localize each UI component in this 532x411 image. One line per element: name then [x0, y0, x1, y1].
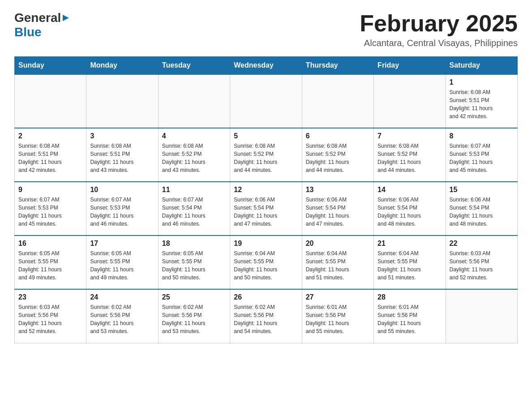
day-number: 12 — [234, 186, 298, 194]
day-number: 1 — [450, 78, 514, 86]
day-info: Sunrise: 6:08 AM Sunset: 5:51 PM Dayligh… — [450, 88, 514, 120]
calendar-week-row: 23Sunrise: 6:03 AM Sunset: 5:56 PM Dayli… — [15, 289, 518, 343]
weekday-header-saturday: Saturday — [446, 57, 517, 75]
calendar-cell: 2Sunrise: 6:08 AM Sunset: 5:51 PM Daylig… — [15, 128, 86, 182]
day-number: 15 — [450, 186, 514, 194]
calendar-cell — [158, 74, 230, 128]
day-number: 25 — [162, 293, 226, 301]
day-number: 13 — [306, 186, 370, 194]
day-info: Sunrise: 6:04 AM Sunset: 5:55 PM Dayligh… — [306, 249, 370, 282]
svg-marker-0 — [63, 15, 69, 21]
calendar-cell: 23Sunrise: 6:03 AM Sunset: 5:56 PM Dayli… — [15, 289, 86, 343]
calendar-cell: 26Sunrise: 6:02 AM Sunset: 5:56 PM Dayli… — [230, 289, 302, 343]
day-info: Sunrise: 6:08 AM Sunset: 5:52 PM Dayligh… — [162, 142, 226, 174]
logo: General Blue — [14, 11, 72, 39]
day-info: Sunrise: 6:04 AM Sunset: 5:55 PM Dayligh… — [234, 249, 298, 282]
day-info: Sunrise: 6:02 AM Sunset: 5:56 PM Dayligh… — [162, 303, 226, 335]
weekday-header-sunday: Sunday — [15, 57, 86, 75]
calendar-cell: 24Sunrise: 6:02 AM Sunset: 5:56 PM Dayli… — [86, 289, 158, 343]
calendar-cell: 6Sunrise: 6:08 AM Sunset: 5:52 PM Daylig… — [302, 128, 373, 182]
weekday-header-thursday: Thursday — [302, 57, 373, 75]
calendar-cell: 8Sunrise: 6:07 AM Sunset: 5:53 PM Daylig… — [446, 128, 517, 182]
day-info: Sunrise: 6:03 AM Sunset: 5:56 PM Dayligh… — [450, 249, 514, 282]
day-info: Sunrise: 6:06 AM Sunset: 5:54 PM Dayligh… — [234, 196, 298, 228]
calendar-cell: 1Sunrise: 6:08 AM Sunset: 5:51 PM Daylig… — [446, 74, 517, 128]
day-info: Sunrise: 6:05 AM Sunset: 5:55 PM Dayligh… — [90, 249, 154, 282]
calendar-cell: 14Sunrise: 6:06 AM Sunset: 5:54 PM Dayli… — [374, 182, 446, 235]
logo-flag-icon — [61, 13, 71, 23]
day-info: Sunrise: 6:02 AM Sunset: 5:56 PM Dayligh… — [90, 303, 154, 335]
day-number: 26 — [234, 293, 298, 301]
calendar-cell: 4Sunrise: 6:08 AM Sunset: 5:52 PM Daylig… — [158, 128, 230, 182]
day-number: 11 — [162, 186, 226, 194]
calendar-cell: 7Sunrise: 6:08 AM Sunset: 5:52 PM Daylig… — [374, 128, 446, 182]
day-info: Sunrise: 6:01 AM Sunset: 5:56 PM Dayligh… — [306, 303, 370, 335]
day-number: 2 — [18, 132, 82, 140]
day-info: Sunrise: 6:08 AM Sunset: 5:51 PM Dayligh… — [90, 142, 154, 174]
day-info: Sunrise: 6:05 AM Sunset: 5:55 PM Dayligh… — [18, 249, 82, 282]
weekday-header-wednesday: Wednesday — [230, 57, 302, 75]
day-number: 27 — [306, 293, 370, 301]
calendar-cell: 16Sunrise: 6:05 AM Sunset: 5:55 PM Dayli… — [15, 235, 86, 289]
day-info: Sunrise: 6:08 AM Sunset: 5:52 PM Dayligh… — [378, 142, 442, 174]
calendar-cell: 11Sunrise: 6:07 AM Sunset: 5:54 PM Dayli… — [158, 182, 230, 235]
calendar-week-row: 9Sunrise: 6:07 AM Sunset: 5:53 PM Daylig… — [15, 182, 518, 235]
calendar-cell: 13Sunrise: 6:06 AM Sunset: 5:54 PM Dayli… — [302, 182, 373, 235]
calendar-cell: 18Sunrise: 6:05 AM Sunset: 5:55 PM Dayli… — [158, 235, 230, 289]
calendar-cell — [374, 74, 446, 128]
day-number: 19 — [234, 240, 298, 248]
day-info: Sunrise: 6:06 AM Sunset: 5:54 PM Dayligh… — [450, 196, 514, 228]
title-area: February 2025 Alcantara, Central Visayas… — [360, 11, 518, 48]
day-info: Sunrise: 6:08 AM Sunset: 5:52 PM Dayligh… — [234, 142, 298, 174]
day-info: Sunrise: 6:01 AM Sunset: 5:56 PM Dayligh… — [378, 303, 442, 335]
calendar-cell — [230, 74, 302, 128]
logo-general-text: General — [14, 11, 61, 25]
calendar-cell: 12Sunrise: 6:06 AM Sunset: 5:54 PM Dayli… — [230, 182, 302, 235]
day-number: 18 — [162, 240, 226, 248]
calendar-week-row: 2Sunrise: 6:08 AM Sunset: 5:51 PM Daylig… — [15, 128, 518, 182]
day-info: Sunrise: 6:08 AM Sunset: 5:52 PM Dayligh… — [306, 142, 370, 174]
page-subtitle: Alcantara, Central Visayas, Philippines — [360, 38, 518, 48]
calendar-cell — [302, 74, 373, 128]
day-number: 10 — [90, 186, 154, 194]
day-number: 17 — [90, 240, 154, 248]
day-info: Sunrise: 6:05 AM Sunset: 5:55 PM Dayligh… — [162, 249, 226, 282]
day-number: 20 — [306, 240, 370, 248]
calendar-cell — [446, 289, 517, 343]
day-number: 21 — [378, 240, 442, 248]
calendar-cell: 19Sunrise: 6:04 AM Sunset: 5:55 PM Dayli… — [230, 235, 302, 289]
day-number: 22 — [450, 240, 514, 248]
calendar-cell — [15, 74, 86, 128]
calendar-cell: 21Sunrise: 6:04 AM Sunset: 5:55 PM Dayli… — [374, 235, 446, 289]
page-header: General Blue February 2025 Alcantara, Ce… — [14, 11, 518, 48]
calendar-cell: 20Sunrise: 6:04 AM Sunset: 5:55 PM Dayli… — [302, 235, 373, 289]
calendar-week-row: 1Sunrise: 6:08 AM Sunset: 5:51 PM Daylig… — [15, 74, 518, 128]
day-number: 6 — [306, 132, 370, 140]
logo-blue-text: Blue — [14, 25, 42, 39]
day-number: 28 — [378, 293, 442, 301]
weekday-header-monday: Monday — [86, 57, 158, 75]
day-number: 16 — [18, 240, 82, 248]
calendar-cell — [86, 74, 158, 128]
calendar-cell: 10Sunrise: 6:07 AM Sunset: 5:53 PM Dayli… — [86, 182, 158, 235]
day-info: Sunrise: 6:03 AM Sunset: 5:56 PM Dayligh… — [18, 303, 82, 335]
weekday-header-row: SundayMondayTuesdayWednesdayThursdayFrid… — [15, 57, 518, 75]
calendar-cell: 27Sunrise: 6:01 AM Sunset: 5:56 PM Dayli… — [302, 289, 373, 343]
weekday-header-tuesday: Tuesday — [158, 57, 230, 75]
calendar-body: 1Sunrise: 6:08 AM Sunset: 5:51 PM Daylig… — [15, 74, 518, 343]
day-info: Sunrise: 6:04 AM Sunset: 5:55 PM Dayligh… — [378, 249, 442, 282]
day-number: 8 — [450, 132, 514, 140]
calendar-week-row: 16Sunrise: 6:05 AM Sunset: 5:55 PM Dayli… — [15, 235, 518, 289]
day-number: 23 — [18, 293, 82, 301]
day-info: Sunrise: 6:07 AM Sunset: 5:53 PM Dayligh… — [18, 196, 82, 228]
calendar-cell: 17Sunrise: 6:05 AM Sunset: 5:55 PM Dayli… — [86, 235, 158, 289]
day-number: 5 — [234, 132, 298, 140]
day-number: 9 — [18, 186, 82, 194]
day-info: Sunrise: 6:06 AM Sunset: 5:54 PM Dayligh… — [378, 196, 442, 228]
calendar-table: SundayMondayTuesdayWednesdayThursdayFrid… — [14, 56, 518, 343]
day-info: Sunrise: 6:07 AM Sunset: 5:53 PM Dayligh… — [450, 142, 514, 174]
calendar-cell: 22Sunrise: 6:03 AM Sunset: 5:56 PM Dayli… — [446, 235, 517, 289]
page-title: February 2025 — [360, 11, 518, 36]
day-info: Sunrise: 6:07 AM Sunset: 5:54 PM Dayligh… — [162, 196, 226, 228]
day-number: 24 — [90, 293, 154, 301]
